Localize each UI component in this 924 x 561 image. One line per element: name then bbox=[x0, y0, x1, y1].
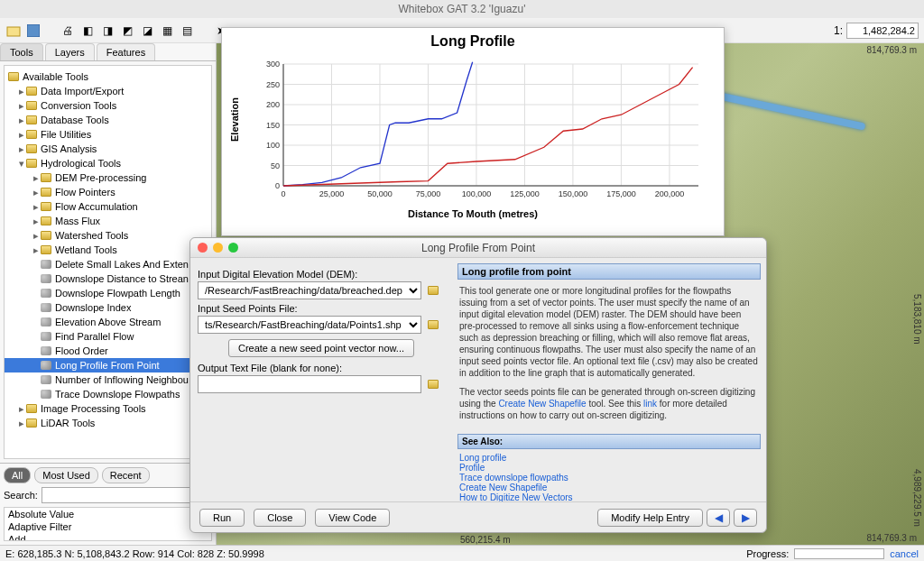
folder-icon bbox=[41, 188, 51, 197]
layer1-icon[interactable]: ◧ bbox=[79, 23, 96, 39]
disclosure-icon[interactable]: ▸ bbox=[32, 244, 41, 256]
disclosure-icon[interactable]: ▸ bbox=[32, 201, 41, 213]
tree-leaf-selected[interactable]: Long Profile From Point bbox=[55, 360, 160, 371]
tab-tools[interactable]: Tools bbox=[0, 43, 43, 60]
disclosure-icon[interactable]: ▸ bbox=[17, 115, 26, 126]
seed-input[interactable]: ts/Research/FastBreaching/data/Points1.s… bbox=[198, 316, 421, 334]
tree-item[interactable]: Flow Accumulation bbox=[55, 201, 138, 212]
help-panel: Long profile from point This tool genera… bbox=[452, 258, 766, 501]
scale-input[interactable] bbox=[846, 23, 919, 39]
cancel-link[interactable]: cancel bbox=[890, 548, 919, 559]
print-icon[interactable]: 🖨 bbox=[60, 23, 76, 39]
tree-leaf[interactable]: Find Parallel Flow bbox=[55, 331, 134, 342]
tab-layers[interactable]: Layers bbox=[45, 43, 95, 60]
browse-output-icon[interactable] bbox=[425, 376, 445, 392]
nav-back-icon[interactable]: ◀ bbox=[707, 509, 730, 527]
folder-icon bbox=[26, 418, 37, 428]
tree-item[interactable]: GIS Analysis bbox=[41, 143, 97, 154]
svg-text:125,000: 125,000 bbox=[510, 189, 540, 198]
tree-item[interactable]: LiDAR Tools bbox=[41, 418, 95, 428]
svg-rect-0 bbox=[7, 27, 20, 36]
dem-input[interactable]: /Research/FastBreaching/data/breached.de… bbox=[198, 281, 421, 299]
tree-leaf[interactable]: Number of Inflowing Neighbou bbox=[55, 374, 189, 385]
tree-item[interactable]: Watershed Tools bbox=[55, 230, 128, 241]
help-link[interactable]: Trace downslope flowpaths bbox=[459, 473, 759, 483]
tree-leaf[interactable]: Elevation Above Stream bbox=[55, 317, 161, 327]
table-icon[interactable]: ▤ bbox=[179, 23, 195, 39]
browse-seed-icon[interactable] bbox=[425, 317, 445, 333]
search-input[interactable] bbox=[42, 487, 212, 503]
help-link[interactable]: Create New Shapefile bbox=[459, 483, 759, 492]
disclosure-icon[interactable]: ▸ bbox=[32, 172, 41, 184]
tree-leaf[interactable]: Downslope Index bbox=[55, 302, 131, 313]
disclosure-icon[interactable]: ▸ bbox=[17, 403, 26, 415]
help-text2: The vector seeds points file can be gene… bbox=[459, 386, 759, 421]
disclosure-icon[interactable]: ▸ bbox=[17, 100, 26, 112]
disclosure-icon[interactable]: ▸ bbox=[17, 86, 26, 97]
browse-dem-icon[interactable] bbox=[425, 282, 445, 299]
help-link[interactable]: Profile bbox=[459, 463, 759, 473]
folder-icon bbox=[26, 404, 37, 413]
output-input[interactable] bbox=[198, 375, 421, 393]
svg-text:50: 50 bbox=[271, 161, 280, 170]
disclosure-icon[interactable]: ▸ bbox=[32, 230, 41, 242]
nav-forward-icon[interactable]: ▶ bbox=[734, 509, 757, 527]
tool-tree[interactable]: Available Tools ▸Data Import/Export ▸Con… bbox=[4, 65, 212, 459]
list-item[interactable]: Absolute Value bbox=[5, 508, 211, 520]
list-item[interactable]: Add bbox=[5, 533, 211, 541]
filter-all[interactable]: All bbox=[4, 467, 31, 483]
open-icon[interactable] bbox=[5, 23, 22, 39]
tree-item[interactable]: Hydrological Tools bbox=[41, 158, 121, 169]
close-button[interactable]: Close bbox=[254, 509, 306, 527]
tree-leaf[interactable]: Downslope Distance to Strean bbox=[55, 273, 189, 284]
chart-window[interactable]: Long Profile Elevation 05010015020025030… bbox=[221, 27, 725, 236]
folder-icon bbox=[41, 231, 51, 240]
tree-item[interactable]: File Utilities bbox=[41, 129, 91, 140]
save-icon[interactable] bbox=[25, 23, 42, 39]
svg-text:50,000: 50,000 bbox=[367, 189, 393, 198]
disclosure-icon[interactable]: ▸ bbox=[32, 216, 41, 227]
dialog-titlebar[interactable]: Long Profile From Point bbox=[190, 238, 766, 258]
modify-help-button[interactable]: Modify Help Entry bbox=[597, 509, 703, 527]
help-link[interactable]: link bbox=[643, 399, 657, 409]
tree-item[interactable]: Database Tools bbox=[41, 115, 109, 125]
help-link[interactable]: Create New Shapefile bbox=[498, 399, 586, 409]
disclosure-icon[interactable]: ▸ bbox=[17, 129, 26, 141]
layer2-icon[interactable]: ◨ bbox=[99, 23, 116, 39]
help-link[interactable]: Long profile bbox=[459, 453, 759, 463]
tab-features[interactable]: Features bbox=[97, 43, 155, 60]
svg-text:0: 0 bbox=[275, 181, 280, 190]
disclosure-icon[interactable]: ▸ bbox=[17, 143, 26, 155]
tree-item[interactable]: DEM Pre-processing bbox=[55, 172, 146, 183]
attr-icon[interactable]: ▦ bbox=[159, 23, 175, 39]
view-code-button[interactable]: View Code bbox=[315, 509, 390, 527]
tree-item[interactable]: Image Processing Tools bbox=[41, 403, 146, 414]
tool-icon bbox=[41, 260, 51, 269]
help-link[interactable]: How to Digitize New Vectors bbox=[459, 492, 759, 501]
tree-leaf[interactable]: Downslope Flowpath Length bbox=[55, 288, 180, 299]
tree-leaf[interactable]: Trace Downslope Flowpaths bbox=[55, 389, 180, 400]
layer3-icon[interactable]: ◩ bbox=[119, 23, 135, 39]
disclosure-icon[interactable]: ▸ bbox=[17, 418, 26, 429]
layer4-icon[interactable]: ◪ bbox=[139, 23, 155, 39]
list-item[interactable]: Adaptive Filter bbox=[5, 520, 211, 533]
tree-item[interactable]: Mass Flux bbox=[55, 216, 100, 226]
create-seed-button[interactable]: Create a new seed point vector now... bbox=[228, 339, 414, 357]
filter-most-used[interactable]: Most Used bbox=[34, 467, 98, 483]
disclosure-icon[interactable]: ▸ bbox=[32, 187, 41, 198]
tree-item[interactable]: Conversion Tools bbox=[41, 100, 116, 111]
tree-item[interactable]: Data Import/Export bbox=[41, 86, 124, 97]
filter-results[interactable]: Absolute Value Adaptive Filter Add bbox=[4, 507, 212, 541]
disclosure-icon[interactable]: ▾ bbox=[17, 158, 26, 170]
scale-display: 1: bbox=[834, 23, 919, 39]
tree-leaf[interactable]: Flood Order bbox=[55, 345, 108, 356]
tree-item[interactable]: Wetland Tools bbox=[55, 244, 117, 255]
folder-icon bbox=[41, 202, 51, 211]
tree-leaf[interactable]: Delete Small Lakes And Exten bbox=[55, 259, 189, 270]
tree-item[interactable]: Flow Pointers bbox=[55, 187, 116, 198]
svg-text:25,000: 25,000 bbox=[319, 189, 345, 198]
filter-recent[interactable]: Recent bbox=[102, 467, 150, 483]
tool-icon bbox=[41, 317, 51, 326]
help-title: Long profile from point bbox=[457, 263, 761, 280]
run-button[interactable]: Run bbox=[199, 509, 245, 527]
